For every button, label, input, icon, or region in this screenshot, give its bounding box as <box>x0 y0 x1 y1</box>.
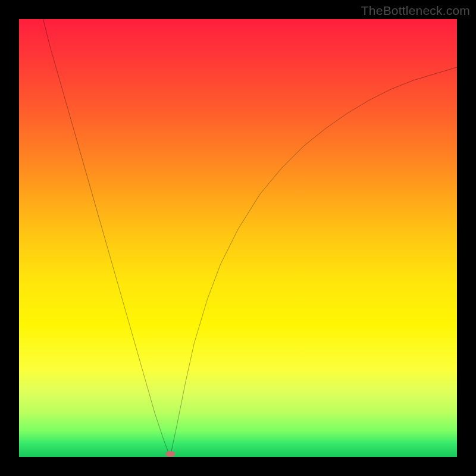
curve-right-branch <box>170 67 457 457</box>
minimum-point-marker <box>165 451 175 457</box>
watermark-text: TheBottleneck.com <box>361 4 470 18</box>
bottleneck-curve <box>19 19 457 457</box>
plot-area <box>19 19 457 457</box>
curve-left-branch <box>43 19 170 457</box>
chart-frame: TheBottleneck.com <box>0 0 476 476</box>
